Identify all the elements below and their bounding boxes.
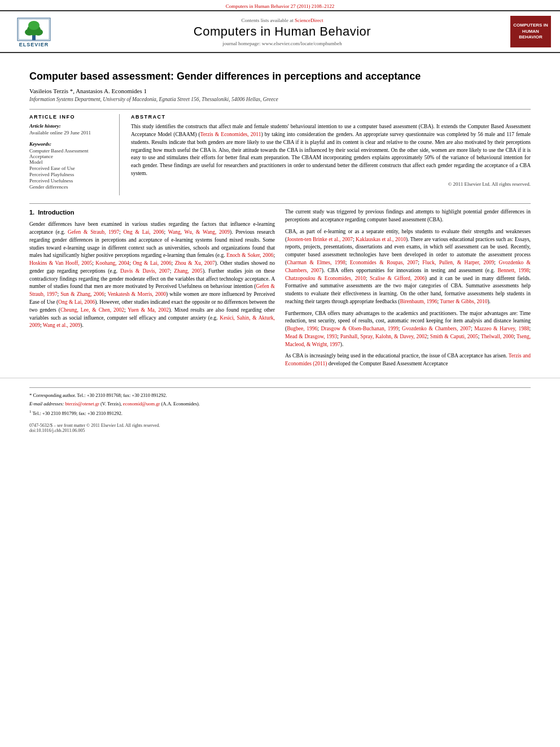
sun-ref[interactable]: Sun & Zhang, 2006 (60, 291, 104, 297)
terzis-economides-ref[interactable]: Terzis and Economides (2011) (285, 353, 531, 366)
intro-para-1: Gender differences have been examined in… (29, 221, 275, 330)
scalise-ref[interactable]: Scalise & Gifford, 2006 (370, 276, 425, 281)
email-economides[interactable]: economid@uom.gr (123, 401, 160, 407)
koohang-ref[interactable]: Koohang, 2004 (95, 260, 129, 266)
gefen-ref[interactable]: Gefen & Straub, 1997 (68, 229, 119, 235)
available-online: Available online 29 June 2011 (29, 130, 112, 136)
right-para-1: The current study was triggered by previ… (285, 208, 531, 224)
ong-lai-ref[interactable]: Ong & Lai, 2006 (123, 229, 164, 235)
davis-ref[interactable]: Davis & Davis, 2007 (120, 268, 170, 274)
main-content: Computer based assessment: Gender differ… (0, 53, 560, 372)
divider-1 (29, 109, 531, 110)
article-info-col: ARTICLE INFO Article history: Available … (29, 114, 120, 195)
email-terzis[interactable]: bterzis@otenet.gr (65, 401, 99, 407)
footer-divider (29, 387, 531, 388)
terzis-ref[interactable]: Terzis & Economides, 2011 (200, 132, 261, 137)
right-para-3: Furthermore, CBA offers many advantages … (285, 310, 531, 349)
copyright: © 2011 Elsevier Ltd. All rights reserved… (131, 181, 531, 187)
sciencedirect-link[interactable]: ScienceDirect (295, 18, 323, 23)
body-content: 1. Introduction Gender differences have … (29, 208, 531, 372)
abstract-heading: ABSTRACT (131, 114, 531, 120)
article-title: Computer based assessment: Gender differ… (29, 70, 531, 83)
divider-2 (29, 203, 531, 204)
body-left-col: 1. Introduction Gender differences have … (29, 208, 275, 372)
zhang-ref[interactable]: Zhang, 2005 (174, 268, 203, 274)
svg-point-3 (34, 29, 43, 36)
abstract-text: This study identifies the constructs tha… (131, 123, 531, 177)
info-abstract-section: ARTICLE INFO Article history: Available … (29, 114, 531, 195)
issn-text: 0747-5632/$ – see front matter © 2011 El… (29, 423, 160, 428)
email-label: E-mail addresses: (29, 401, 64, 407)
section-title: Introduction (38, 209, 74, 216)
bennett-ref[interactable]: Bennett, 1998 (498, 268, 530, 273)
keywords-list: Computer Based Assessment AcceptanceMode… (29, 148, 112, 190)
parshall-ref[interactable]: Parshall, Spray, Kalohn, & Davey, 2002 (340, 334, 427, 339)
homepage-text: journal homepage: www.elsevier.com/locat… (222, 41, 342, 46)
mead-ref[interactable]: Mead & Drasgow, 1993 (285, 334, 337, 339)
bugbee-ref[interactable]: Bugbee, 1996 (287, 326, 317, 331)
page: Computers in Human Behavior 27 (2011) 21… (0, 0, 560, 747)
thelwall-ref[interactable]: Thelwall, 2000 (481, 334, 514, 339)
journal-header: ELSEVIER Contents lists available at Sci… (0, 10, 560, 53)
gvozdenko-2-ref[interactable]: Gvozdenko & Chambers, 2007 (402, 326, 471, 331)
keyword-4: Perceived Usefulness (29, 178, 112, 184)
article-info-heading: ARTICLE INFO (29, 114, 112, 120)
logo-line-2: HUMAN (522, 29, 539, 34)
doi-text: doi:10.1016/j.chb.2011.06.005 (29, 428, 85, 433)
authors: Vasileios Terzis *, Anastasios A. Econom… (29, 88, 531, 94)
footnote-1: * Corresponding author. Tel.: +30 2310 8… (29, 392, 531, 399)
journal-ref-text: Computers in Human Behavior 27 (2011) 21… (226, 3, 335, 9)
zhou-ref[interactable]: Zhou & Xu, 2007 (175, 260, 215, 266)
fluck-ref[interactable]: Fluck, Pullen, & Harper, 2009 (422, 260, 494, 265)
journal-homepage: journal homepage: www.elsevier.com/locat… (59, 41, 506, 46)
contents-text: Contents lists available at (242, 18, 294, 23)
elsevier-tree-icon (17, 18, 51, 41)
economides-ref[interactable]: Economides & Roupas, 2007 (350, 260, 418, 265)
section-1-heading: 1. Introduction (29, 208, 275, 217)
journal-logo-box: COMPUTERS IN HUMAN BEHAVIOR (510, 16, 551, 47)
footnote-2: E-mail addresses: bterzis@otenet.gr (V. … (29, 401, 531, 408)
joosten-ref[interactable]: Joosten-ten Brinke et al., 2007 (287, 237, 353, 242)
mazzeo-ref[interactable]: Mazzeo & Harvey, 1988 (474, 326, 529, 331)
smith-ref[interactable]: Smith & Caputi, 2005 (430, 334, 478, 339)
journal-title: Computers in Human Behavior (59, 24, 506, 39)
elsevier-logo: ELSEVIER (9, 16, 59, 47)
footnote-3: 1 Tel.: +30 2310 891799; fax: +30 2310 8… (29, 409, 531, 417)
hoskins-ref[interactable]: Hoskins & Van Hooff, 2005 (29, 260, 92, 266)
wang-ref[interactable]: Wang, Wu, & Wang, 2009 (168, 229, 230, 235)
authors-text: Vasileios Terzis *, Anastasios A. Econom… (29, 88, 147, 94)
chatzopoulou-ref[interactable]: Chatzopoulou & Economides, 2010 (285, 276, 366, 281)
yuen-ref[interactable]: Yuen & Ma, 2002 (128, 307, 169, 313)
footer-area: * Corresponding author. Tel.: +30 2310 8… (0, 378, 560, 421)
birenbaum-ref[interactable]: Birenbaum, 1996 (400, 299, 437, 304)
wang-3-ref[interactable]: Wang et al., 2009 (43, 322, 81, 328)
right-para-2: CBA, as part of e-learning or as a separ… (285, 228, 531, 306)
venkatesh-ref[interactable]: Venkatesh & Morris, 2000 (108, 291, 166, 297)
cheung-ref[interactable]: Cheung, Lee, & Chen, 2002 (60, 307, 124, 313)
keyword-1: Computer Based Assessment AcceptanceMode… (29, 148, 112, 165)
right-para-4: As CBA is increasingly being used in the… (285, 352, 531, 368)
charman-ref[interactable]: Charman & Elmes, 1998 (287, 260, 345, 265)
ong-lai-3-ref[interactable]: Ong & Lai, 2006 (58, 299, 95, 305)
turner-ref[interactable]: Turner & Gibbs, 2010 (440, 299, 487, 304)
enoch-ref[interactable]: Enoch & Soker, 2006 (226, 252, 273, 258)
keyword-2: Perceived Ease of Use (29, 165, 112, 171)
elsevier-label: ELSEVIER (19, 42, 49, 47)
abstract-col: ABSTRACT This study identifies the const… (131, 114, 531, 195)
ong-lai-2-ref[interactable]: Ong & Lai, 2006 (133, 260, 171, 266)
affiliation: Information Systems Department, Universi… (29, 97, 531, 102)
svg-point-2 (25, 29, 34, 36)
logo-line-1: COMPUTERS IN (513, 23, 548, 28)
section-number: 1. (29, 209, 34, 216)
keyword-5: Gender differences (29, 184, 112, 190)
logo-line-3: BEHAVIOR (519, 34, 542, 40)
kaklauskas-ref[interactable]: Kaklauskas et al., 2010 (356, 237, 406, 242)
bottom-bar: 0747-5632/$ – see front matter © 2011 El… (0, 421, 560, 435)
drasgow-ref[interactable]: Drasgow & Olsen-Buchanan, 1999 (321, 326, 398, 331)
sciencedirect-label: ScienceDirect (295, 18, 323, 23)
journal-logo-area: COMPUTERS IN HUMAN BEHAVIOR (506, 16, 551, 47)
keywords-section: Keywords: Computer Based Assessment Acce… (29, 141, 112, 190)
history-section: Article history: Available online 29 Jun… (29, 123, 112, 136)
contents-available: Contents lists available at ScienceDirec… (59, 18, 506, 23)
journal-center: Contents lists available at ScienceDirec… (59, 18, 506, 46)
